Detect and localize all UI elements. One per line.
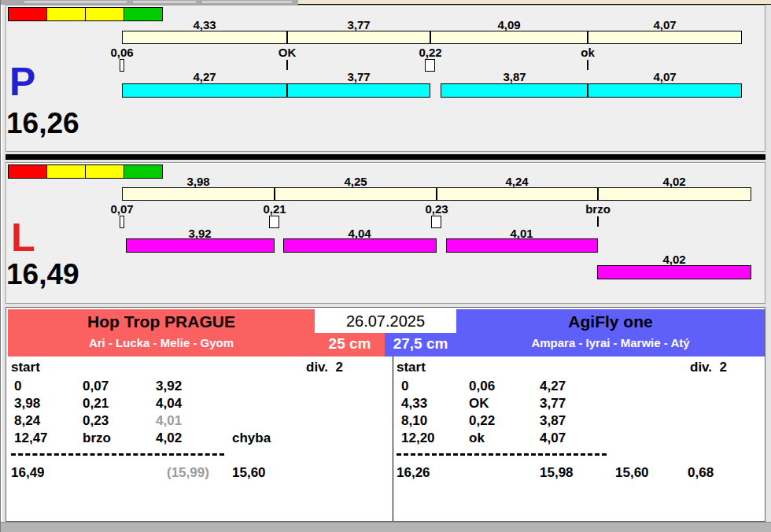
table-cell: 0: [401, 379, 408, 394]
change-label: OK: [256, 46, 319, 59]
left-team-name: Hop Trop PRAGUE: [8, 312, 315, 331]
right-total: 16,26: [397, 465, 430, 481]
table-cell: 4,27: [540, 379, 566, 394]
table-cell: 8,10: [401, 413, 427, 429]
run-bar-divider: [274, 187, 275, 201]
timing-app-window: P 16,26 4,33 3,77 4,09 4,07 0,06 OK 0,22…: [0, 0, 771, 532]
table-cell: 4,33: [401, 396, 427, 412]
table-cell: 12,20: [401, 430, 435, 446]
change-tick: [597, 216, 599, 227]
lane-p-letter: P: [9, 62, 35, 102]
change-label: ok: [556, 46, 619, 59]
dog-bar-divider: [286, 83, 288, 98]
top-edge-segment: [133, 1, 196, 3]
run-split-label: 3,77: [327, 18, 390, 31]
start-lights: [8, 7, 163, 21]
right-team-name: AgiFly one: [456, 312, 765, 331]
run-split-label: 4,09: [478, 18, 540, 31]
table-cell-ignored: 4,01: [156, 413, 182, 429]
start-light-red: [8, 164, 47, 179]
change-tick: [286, 60, 288, 70]
change-checkbox[interactable]: [269, 216, 279, 228]
change-label: 0,07: [90, 202, 153, 216]
dog-time-bar: [126, 238, 275, 253]
right-jump-height: 27,5 cm: [385, 333, 456, 355]
scoreboard-panel: Hop Trop PRAGUE Ari - Lucka - Melie - Gy…: [6, 307, 765, 522]
change-label: brzo: [566, 202, 629, 216]
run-split-label: 4,24: [485, 175, 548, 188]
table-cell: 0: [14, 379, 21, 394]
run-bar-divider: [436, 187, 437, 201]
run-split-label: 4,25: [324, 175, 387, 188]
dashed-separator: [11, 453, 224, 456]
table-cell: 4,02: [156, 430, 182, 446]
dog-split-label: 4,27: [173, 70, 236, 83]
right-clean-total: 15,98: [540, 465, 574, 481]
datetime-display: 26.07.2025 14:49:34: [315, 309, 456, 334]
start-light-yellow2: [85, 7, 124, 21]
right-best-time: 15,60: [615, 465, 649, 481]
dog-split-label: 4,02: [643, 253, 706, 266]
dog-time-bar: [446, 238, 598, 253]
run-time-bar: [122, 31, 742, 44]
lane-p-total: 16,26: [6, 109, 79, 138]
table-cell: 0,23: [83, 413, 109, 429]
run-split-label: 4,33: [173, 18, 236, 31]
lane-l-letter: L: [11, 218, 35, 257]
right-difference: 0,68: [688, 465, 714, 481]
fault-label: chyba: [232, 430, 271, 446]
start-lights: [8, 164, 163, 179]
dashed-separator: [397, 453, 607, 456]
dog-split-label: 4,07: [633, 70, 696, 83]
table-cell: 3,77: [540, 396, 566, 412]
bottom-window-edge: [1, 522, 771, 532]
table-cell: ok: [469, 430, 485, 446]
change-checkbox[interactable]: [431, 216, 441, 228]
table-cell: 0,21: [83, 396, 109, 412]
run-bar-divider: [597, 187, 599, 201]
table-cell: 3,92: [156, 379, 182, 394]
table-cell: 8,24: [14, 413, 40, 429]
left-start-header: start: [11, 360, 40, 375]
table-cell: 4,04: [156, 396, 182, 412]
left-team-dogs: Ari - Lucka - Melie - Gyom: [8, 336, 315, 349]
lane-separator: [6, 154, 765, 160]
dog-time-bar: [597, 265, 751, 279]
run-split-label: 4,02: [643, 175, 706, 188]
change-label: 0,06: [90, 46, 153, 59]
change-checkbox[interactable]: [425, 59, 435, 72]
run-bar-divider: [587, 31, 588, 44]
dog-split-label: 3,77: [327, 70, 390, 83]
table-cell: 0,06: [469, 379, 495, 394]
table-cell: 4,07: [540, 430, 566, 446]
run-bar-divider: [430, 31, 431, 44]
dog-time-bar: [122, 83, 430, 98]
dog-time-bar: [283, 238, 437, 253]
top-edge-segment: [202, 1, 292, 3]
lane-l-total: 16,49: [6, 260, 79, 289]
change-label: 0,23: [405, 202, 468, 216]
top-edge-segment: [24, 1, 127, 3]
start-light-green: [124, 7, 163, 21]
run-bar-divider: [286, 31, 288, 44]
start-light-green: [124, 164, 163, 179]
left-best-time: 15,60: [232, 465, 266, 481]
change-label: 0,22: [399, 46, 462, 59]
dog-bar-divider: [587, 83, 588, 98]
run-split-label: 3,98: [167, 175, 230, 188]
right-start-header: start: [397, 360, 426, 375]
left-adjusted-total: (15,99): [167, 465, 209, 481]
start-light-yellow2: [85, 164, 124, 179]
right-team-dogs: Ampara - Iyrai - Marwie - Atý: [456, 336, 765, 349]
start-light-yellow1: [46, 7, 86, 21]
start-mark-box: [120, 59, 124, 72]
change-label: 0,21: [243, 202, 306, 216]
left-jump-height: 25 cm: [315, 333, 385, 355]
table-cell: brzo: [83, 430, 111, 446]
table-cell: 12,47: [14, 430, 48, 446]
table-cell: OK: [469, 396, 489, 412]
right-division-header: div. 2: [690, 360, 727, 375]
dog-split-label: 3,87: [483, 70, 546, 83]
start-light-yellow1: [46, 164, 86, 179]
lane-p-panel: P 16,26 4,33 3,77 4,09 4,07 0,06 OK 0,22…: [6, 5, 765, 152]
